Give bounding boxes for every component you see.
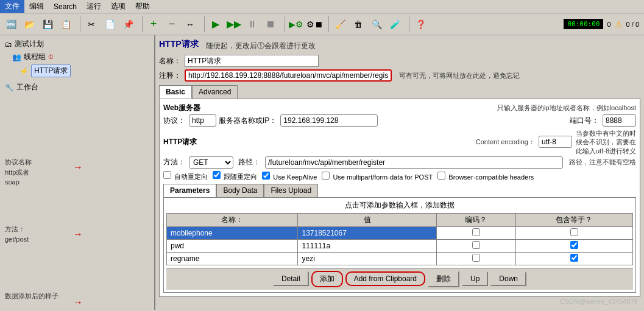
menu-options[interactable]: 选项 bbox=[106, 0, 130, 13]
add-button[interactable]: 添加 bbox=[311, 271, 343, 287]
tabs-section: Basic Advanced Web服务器 只输入服务器的ip地址或者名称，例如… bbox=[159, 85, 640, 297]
col-encoded-header: 编码？ bbox=[437, 213, 515, 226]
param-encoded-checkbox[interactable] bbox=[472, 241, 480, 249]
param-name-cell: regname bbox=[167, 252, 298, 265]
toolbar-sep3 bbox=[201, 16, 205, 32]
toolbar-sep2 bbox=[139, 16, 143, 32]
toolbar-new-btn[interactable]: 🆕 bbox=[2, 16, 19, 33]
tab-parameters[interactable]: Parameters bbox=[163, 184, 216, 197]
tree-item-workbench[interactable]: 🔧 工作台 bbox=[2, 81, 152, 94]
toolbar-copy-btn[interactable]: 📄 bbox=[101, 16, 118, 33]
toolbar-counter1: 0 bbox=[604, 19, 613, 29]
port-label: 端口号： bbox=[570, 116, 599, 126]
table-hint: 点击可添加参数输入框，添加数据 bbox=[166, 200, 633, 211]
tab-body-data[interactable]: Body Data bbox=[216, 184, 264, 197]
cb-auto-redirect-input[interactable] bbox=[163, 171, 171, 179]
cb-multipart[interactable]: Use multipart/form-data for POST bbox=[322, 172, 433, 181]
param-encoded-checkbox[interactable] bbox=[472, 254, 480, 262]
param-encoded-checkbox[interactable] bbox=[472, 228, 480, 236]
cb-follow-redirect-input[interactable] bbox=[213, 171, 221, 179]
toolbar-stop-btn[interactable]: ⏹ bbox=[262, 16, 279, 33]
toolbar-run-all-btn[interactable]: ▶▶ bbox=[225, 16, 242, 33]
tree-item-httprequest[interactable]: ⚡ HTTP请求 bbox=[17, 63, 152, 79]
toolbar-open-btn[interactable]: 📂 bbox=[21, 16, 38, 33]
cb-multipart-input[interactable] bbox=[322, 172, 330, 180]
param-tab-content: 点击可添加参数输入框，添加数据 名称： 值 编码？ 包含等于？ bbox=[163, 197, 636, 293]
toolbar-cut-btn[interactable]: ✂ bbox=[83, 16, 100, 33]
toolbar-sep4 bbox=[281, 16, 285, 32]
param-encoded-cell[interactable] bbox=[437, 239, 515, 252]
toolbar-clear-all-btn[interactable]: 🗑 bbox=[350, 16, 367, 33]
toolbar-clear-btn[interactable]: 🧹 bbox=[331, 16, 349, 33]
toolbar-help-btn[interactable]: ❓ bbox=[412, 16, 429, 33]
add-from-clipboard-button[interactable]: Add from Clipboard bbox=[345, 271, 425, 286]
toolbar-save-btn[interactable]: 💾 bbox=[39, 16, 56, 33]
form-title: HTTP请求 bbox=[159, 39, 199, 50]
table-row[interactable]: regname yezi bbox=[167, 252, 633, 265]
param-include-eq-checkbox[interactable] bbox=[570, 254, 578, 262]
param-table: 名称： 值 编码？ 包含等于？ mobilephone 13718521067 … bbox=[166, 213, 633, 265]
toolbar-sep6 bbox=[406, 16, 409, 32]
menu-file[interactable]: 文件 bbox=[0, 0, 24, 13]
toolbar-run-btn[interactable]: ▶ bbox=[207, 16, 224, 33]
param-include-eq-checkbox[interactable] bbox=[570, 228, 578, 236]
toolbar: 🆕 📂 💾 📋 ✂ 📄 📌 + − ↔ ▶ ▶▶ ⏸ ⏹ ▶⚙ ⚙⏹ 🧹 🗑 🔍… bbox=[0, 13, 644, 35]
cb-browser-headers[interactable]: Browser-compatible headers bbox=[437, 172, 534, 181]
param-encoded-cell[interactable] bbox=[437, 252, 515, 265]
menu-help[interactable]: 帮助 bbox=[130, 0, 155, 13]
cb-keep-alive[interactable]: Use KeepAlive bbox=[262, 172, 317, 181]
servername-label: 服务器名称或IP： bbox=[219, 116, 277, 126]
protocol-input[interactable] bbox=[189, 114, 216, 127]
cb-auto-redirect[interactable]: 自动重定向 bbox=[163, 171, 208, 181]
toolbar-remove-btn[interactable]: − bbox=[163, 16, 180, 33]
toolbar-pause-btn[interactable]: ⏸ bbox=[244, 16, 261, 33]
menu-edit[interactable]: 编辑 bbox=[24, 0, 49, 13]
menu-bar: 文件 编辑 Search 运行 选项 帮助 bbox=[0, 0, 644, 13]
toolbar-expand-btn[interactable]: ↔ bbox=[182, 16, 199, 33]
port-input[interactable] bbox=[603, 114, 636, 127]
param-name-cell: mobilephone bbox=[167, 226, 298, 239]
toolbar-counter2: 0 / 0 bbox=[624, 19, 642, 29]
encoding-input[interactable] bbox=[539, 136, 572, 148]
tree-item-testplan[interactable]: 🗂 测试计划 bbox=[2, 38, 152, 51]
toolbar-search-btn[interactable]: 🔍 bbox=[368, 16, 385, 33]
tab-files-upload[interactable]: Files Upload bbox=[264, 184, 318, 197]
param-encoded-cell[interactable] bbox=[437, 226, 515, 239]
cb-keep-alive-input[interactable] bbox=[262, 172, 270, 180]
cb-browser-headers-input[interactable] bbox=[437, 172, 445, 180]
toolbar-add-btn[interactable]: + bbox=[145, 16, 162, 33]
protocol-label: 协议： bbox=[163, 116, 185, 126]
param-include-eq-cell[interactable] bbox=[515, 252, 633, 265]
param-include-eq-checkbox[interactable] bbox=[570, 241, 578, 249]
method-select[interactable]: GET POST PUT DELETE bbox=[189, 156, 233, 169]
down-button[interactable]: Down bbox=[490, 271, 526, 286]
name-input[interactable] bbox=[185, 55, 319, 67]
servername-input[interactable] bbox=[280, 114, 378, 127]
toolbar-remote-stop-btn[interactable]: ⚙⏹ bbox=[306, 16, 323, 33]
path-input[interactable] bbox=[265, 156, 563, 169]
note-input[interactable] bbox=[185, 69, 392, 82]
detail-button[interactable]: Detail bbox=[273, 271, 309, 286]
toolbar-function-btn[interactable]: 🧪 bbox=[386, 16, 403, 33]
param-name-cell: pwd bbox=[167, 239, 298, 252]
table-row[interactable]: pwd 111111a bbox=[167, 239, 633, 252]
menu-search[interactable]: Search bbox=[49, 1, 82, 12]
name-row: 名称： document.currentScript.previousEleme… bbox=[159, 55, 640, 67]
tab-advanced[interactable]: Advanced bbox=[192, 85, 238, 99]
param-include-eq-cell[interactable] bbox=[515, 239, 633, 252]
path-label: 路径： bbox=[238, 157, 260, 167]
note-row: 注释： 可有可无，可将网址放在此处，避免忘记 bbox=[159, 69, 640, 82]
cb-follow-redirect[interactable]: 跟随重定向 bbox=[213, 171, 257, 181]
tree-item-threadgroup[interactable]: 👥 线程组 ① bbox=[10, 51, 152, 63]
annotation-protocol: 协议名称 http或者 soap bbox=[5, 157, 32, 187]
toolbar-saveas-btn[interactable]: 📋 bbox=[57, 16, 74, 33]
table-row[interactable]: mobilephone 13718521067 bbox=[167, 226, 633, 239]
menu-run[interactable]: 运行 bbox=[82, 0, 106, 13]
tab-basic[interactable]: Basic bbox=[159, 85, 192, 99]
toolbar-remote-start-btn[interactable]: ▶⚙ bbox=[288, 16, 305, 33]
delete-button[interactable]: 删除 bbox=[428, 271, 459, 287]
col-name-header: 名称： bbox=[167, 213, 298, 226]
toolbar-paste-btn[interactable]: 📌 bbox=[119, 16, 136, 33]
param-include-eq-cell[interactable] bbox=[515, 226, 633, 239]
up-button[interactable]: Up bbox=[462, 271, 488, 286]
